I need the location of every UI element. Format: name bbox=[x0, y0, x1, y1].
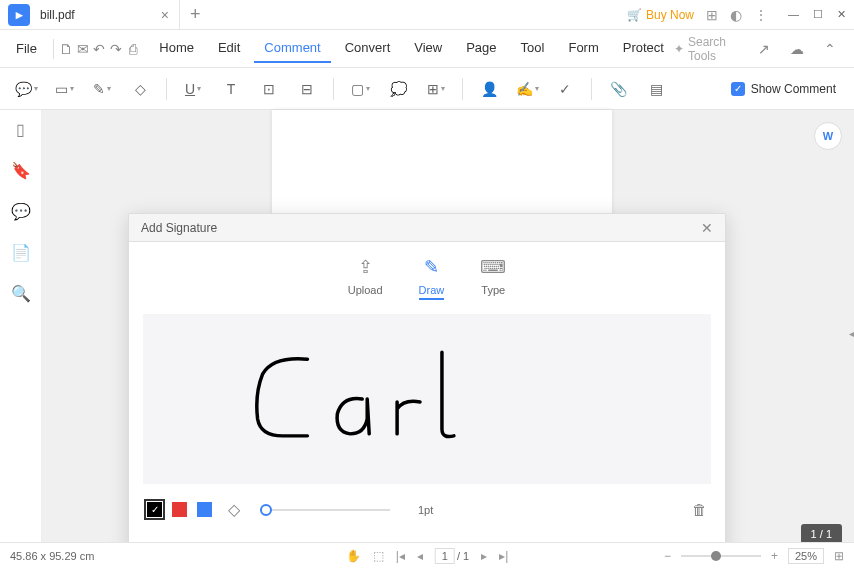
menu-bar: File 🗋 ✉ ↶ ↷ ⎙ Home Edit Comment Convert… bbox=[0, 30, 854, 68]
menu-tool[interactable]: Tool bbox=[511, 34, 555, 63]
menu-edit[interactable]: Edit bbox=[208, 34, 250, 63]
comments-icon[interactable]: 💬 bbox=[11, 202, 31, 221]
main-area: ▯ 🔖 💬 📄 🔍 ▸ Total Cost: $5259.7 W 1 / 1 … bbox=[0, 110, 854, 556]
hand-tool-icon[interactable]: ✋ bbox=[346, 549, 361, 563]
trash-icon[interactable]: 🗑 bbox=[692, 501, 707, 518]
zoom-in-icon[interactable]: + bbox=[771, 549, 778, 563]
upload-icon: ⇪ bbox=[358, 256, 373, 278]
underline-tool[interactable]: U▾ bbox=[175, 75, 211, 103]
measure-tool[interactable]: ⊞▾ bbox=[418, 75, 454, 103]
eraser-tool[interactable]: ◇ bbox=[122, 75, 158, 103]
menu-icon[interactable]: ⋮ bbox=[754, 7, 768, 23]
signature-tool[interactable]: ✍▾ bbox=[509, 75, 545, 103]
status-bar: 45.86 x 95.29 cm ✋ ⬚ |◂ ◂ 1 / 1 ▸ ▸| − +… bbox=[0, 542, 854, 568]
zoom-slider[interactable] bbox=[681, 555, 761, 557]
add-tab-button[interactable]: + bbox=[180, 4, 211, 25]
save-icon[interactable]: 🗋 bbox=[58, 41, 75, 57]
menu-home[interactable]: Home bbox=[149, 34, 204, 63]
search-tools[interactable]: ✦ Search Tools bbox=[674, 35, 741, 63]
cloud-icon[interactable]: ☁ bbox=[786, 41, 807, 57]
text-tool[interactable]: T bbox=[213, 75, 249, 103]
signature-canvas[interactable] bbox=[143, 314, 711, 484]
close-dialog-icon[interactable]: ✕ bbox=[701, 220, 713, 236]
print-icon[interactable]: ⎙ bbox=[125, 41, 142, 57]
expand-icon[interactable]: ⌃ bbox=[819, 41, 840, 57]
textbox-tool[interactable]: ⊡ bbox=[251, 75, 287, 103]
fit-icon[interactable]: ⊞ bbox=[834, 549, 844, 563]
title-bar: ▸ bill.pdf × + 🛒 Buy Now ⊞ ◐ ⋮ — ☐ ✕ bbox=[0, 0, 854, 30]
menu-protect[interactable]: Protect bbox=[613, 34, 674, 63]
file-menu[interactable]: File bbox=[4, 41, 49, 56]
user-icon[interactable]: ◐ bbox=[730, 7, 742, 23]
right-expand-icon[interactable]: ◂ bbox=[849, 328, 854, 339]
draw-icon: ✎ bbox=[424, 256, 439, 278]
shape-tool[interactable]: ▢▾ bbox=[342, 75, 378, 103]
word-export-badge[interactable]: W bbox=[814, 122, 842, 150]
buy-now-link[interactable]: 🛒 Buy Now bbox=[627, 8, 694, 22]
tab-draw[interactable]: ✎ Draw bbox=[419, 256, 445, 300]
add-signature-dialog: Add Signature ✕ ⇪ Upload ✎ Draw ⌨ Type bbox=[128, 213, 726, 568]
stroke-size-label: 1pt bbox=[418, 504, 433, 516]
signature-tabs: ⇪ Upload ✎ Draw ⌨ Type bbox=[129, 242, 725, 308]
stamp-tool[interactable]: 👤 bbox=[471, 75, 507, 103]
page-input[interactable]: 1 / 1 bbox=[435, 548, 469, 564]
redo-icon[interactable]: ↷ bbox=[108, 41, 125, 57]
checkbox-icon: ✓ bbox=[731, 82, 745, 96]
tab-filename: bill.pdf bbox=[40, 8, 75, 22]
document-tab[interactable]: bill.pdf × bbox=[30, 0, 180, 30]
callout-tool[interactable]: ⊟ bbox=[289, 75, 325, 103]
tab-upload[interactable]: ⇪ Upload bbox=[348, 256, 383, 300]
cursor-coords: 45.86 x 95.29 cm bbox=[10, 550, 94, 562]
color-blue[interactable] bbox=[197, 502, 212, 517]
minimize-button[interactable]: — bbox=[788, 8, 799, 21]
gift-icon[interactable]: ⊞ bbox=[706, 7, 718, 23]
color-black[interactable] bbox=[147, 502, 162, 517]
close-tab-icon[interactable]: × bbox=[161, 7, 169, 23]
stroke-slider[interactable] bbox=[260, 509, 390, 511]
thumbnails-icon[interactable]: ▯ bbox=[16, 120, 25, 139]
maximize-button[interactable]: ☐ bbox=[813, 8, 823, 21]
color-red[interactable] bbox=[172, 502, 187, 517]
eraser-icon[interactable]: ◇ bbox=[228, 500, 240, 519]
page-icon[interactable]: 📄 bbox=[11, 243, 31, 262]
prev-page-icon[interactable]: ◂ bbox=[417, 549, 423, 563]
menu-convert[interactable]: Convert bbox=[335, 34, 401, 63]
share-icon[interactable]: ↗ bbox=[753, 41, 774, 57]
left-sidebar: ▯ 🔖 💬 📄 🔍 bbox=[0, 110, 42, 556]
select-tool-icon[interactable]: ⬚ bbox=[373, 549, 384, 563]
comment-toolbar: 💬▾ ▭▾ ✎▾ ◇ U▾ T ⊡ ⊟ ▢▾ 💭 ⊞▾ 👤 ✍▾ ✓ 📎 ▤ ✓… bbox=[0, 68, 854, 110]
note-tool[interactable]: 💬▾ bbox=[8, 75, 44, 103]
pencil-tool[interactable]: ✎▾ bbox=[84, 75, 120, 103]
comment-tool[interactable]: 💭 bbox=[380, 75, 416, 103]
attach-tool[interactable]: 📎 bbox=[600, 75, 636, 103]
first-page-icon[interactable]: |◂ bbox=[396, 549, 405, 563]
menu-tabs: Home Edit Comment Convert View Page Tool… bbox=[149, 34, 674, 63]
dialog-header: Add Signature ✕ bbox=[129, 214, 725, 242]
zoom-out-icon[interactable]: − bbox=[664, 549, 671, 563]
draw-tools: ◇ 1pt 🗑 bbox=[129, 490, 725, 529]
highlight-tool[interactable]: ▭▾ bbox=[46, 75, 82, 103]
menu-comment[interactable]: Comment bbox=[254, 34, 330, 63]
type-icon: ⌨ bbox=[480, 256, 506, 278]
page-indicator: 1 / 1 bbox=[801, 524, 842, 544]
close-window-button[interactable]: ✕ bbox=[837, 8, 846, 21]
dialog-title: Add Signature bbox=[141, 221, 217, 235]
undo-icon[interactable]: ↶ bbox=[91, 41, 108, 57]
search-icon[interactable]: 🔍 bbox=[11, 284, 31, 303]
tab-type[interactable]: ⌨ Type bbox=[480, 256, 506, 300]
menu-view[interactable]: View bbox=[404, 34, 452, 63]
bookmark-icon[interactable]: 🔖 bbox=[11, 161, 31, 180]
mail-icon[interactable]: ✉ bbox=[74, 41, 91, 57]
next-page-icon[interactable]: ▸ bbox=[481, 549, 487, 563]
zoom-value[interactable]: 25% bbox=[788, 548, 824, 564]
menu-form[interactable]: Form bbox=[558, 34, 608, 63]
last-page-icon[interactable]: ▸| bbox=[499, 549, 508, 563]
approve-tool[interactable]: ✓ bbox=[547, 75, 583, 103]
list-tool[interactable]: ▤ bbox=[638, 75, 674, 103]
show-comment-toggle[interactable]: ✓ Show Comment bbox=[731, 82, 846, 96]
menu-page[interactable]: Page bbox=[456, 34, 506, 63]
app-icon: ▸ bbox=[8, 4, 30, 26]
